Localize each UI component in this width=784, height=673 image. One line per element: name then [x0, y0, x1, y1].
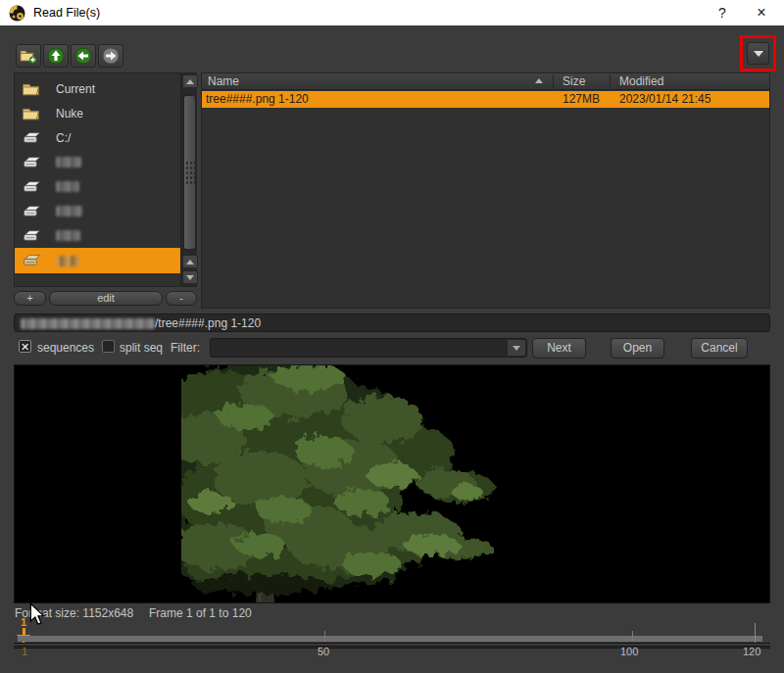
- bookmark-item-c-drive[interactable]: C:/: [15, 125, 181, 150]
- tick-label-50: 50: [318, 646, 329, 657]
- bookmark-item-nuke[interactable]: Nuke: [15, 101, 181, 125]
- cancel-button[interactable]: Cancel: [691, 338, 748, 359]
- bookmark-label: Nuke: [56, 107, 83, 120]
- redacted-path-prefix: [21, 318, 155, 329]
- help-button[interactable]: ?: [710, 0, 735, 25]
- frame-marker-stem[interactable]: [23, 628, 25, 635]
- split-seq-label: split seq: [120, 341, 163, 355]
- drive-icon: [21, 130, 42, 146]
- sequences-label: sequences: [37, 341, 94, 355]
- bookmark-item-current[interactable]: Current: [15, 76, 181, 101]
- forward-button[interactable]: [98, 44, 123, 68]
- current-frame-label: 1: [21, 616, 26, 628]
- tick-label-1: 1: [22, 646, 27, 657]
- new-folder-button[interactable]: [16, 44, 41, 68]
- column-header-size[interactable]: Size: [563, 74, 585, 88]
- remove-bookmark-button[interactable]: -: [166, 291, 197, 306]
- options-row: ✕ sequences split seq Filter: Next Open …: [0, 338, 784, 360]
- bookmark-item-drive[interactable]: [15, 199, 181, 223]
- column-divider[interactable]: [553, 74, 554, 89]
- redacted-label: [56, 230, 80, 241]
- forward-arrow-icon: [102, 47, 120, 65]
- bookmark-item-drive-selected[interactable]: [15, 248, 181, 273]
- new-folder-icon: [20, 48, 37, 64]
- timeline-track[interactable]: [14, 643, 770, 649]
- close-button[interactable]: ×: [749, 0, 774, 25]
- window-title: Read File(s): [33, 0, 100, 25]
- add-bookmark-button[interactable]: +: [14, 291, 46, 306]
- path-visible-text: /tree####.png 1-120: [155, 316, 261, 330]
- bookmark-label: Current: [56, 82, 95, 96]
- drive-icon: [21, 204, 42, 219]
- filter-combobox[interactable]: [210, 338, 527, 358]
- bookmark-item-drive[interactable]: [15, 223, 181, 248]
- chevron-down-icon: [754, 51, 763, 57]
- redacted-label: [56, 157, 81, 168]
- scroll-up-button-bottom[interactable]: [182, 255, 198, 268]
- bookmarks-panel: Current Nuke C:/: [14, 72, 197, 287]
- titlebar: Read File(s) ? ×: [0, 0, 784, 25]
- file-list-panel: Name Size Modified tree####.png 1-120 12…: [201, 72, 770, 309]
- folder-icon: [21, 106, 42, 121]
- bookmark-label: C:/: [56, 131, 71, 145]
- back-arrow-icon: [74, 47, 92, 65]
- file-list-header: Name Size Modified: [202, 73, 769, 90]
- edit-bookmark-button[interactable]: edit: [49, 291, 163, 306]
- redacted-label: [56, 181, 79, 192]
- major-tick-120: [755, 623, 756, 643]
- favorites-dropdown-button[interactable]: [747, 42, 769, 65]
- split-seq-checkbox[interactable]: [102, 340, 115, 353]
- filter-label: Filter:: [171, 341, 200, 355]
- bookmark-item-drive[interactable]: [15, 150, 181, 174]
- bookmark-item-drive[interactable]: [15, 174, 181, 199]
- filter-dropdown-button[interactable]: [508, 340, 525, 356]
- drive-icon: [21, 155, 42, 170]
- column-header-modified[interactable]: Modified: [619, 74, 663, 88]
- up-arrow-icon: [186, 260, 194, 264]
- chevron-down-icon: [513, 346, 520, 351]
- mouse-cursor-icon: [29, 602, 46, 627]
- preview-viewport[interactable]: [14, 364, 770, 603]
- major-tick-50: [324, 631, 325, 642]
- up-arrow-icon: [47, 47, 65, 65]
- back-button[interactable]: [71, 44, 96, 68]
- grip-dots-icon: [185, 161, 196, 186]
- next-button[interactable]: Next: [532, 338, 586, 359]
- read-files-dialog: Read File(s) ? ×: [0, 0, 784, 673]
- bookmarks-scrollbar: [180, 73, 197, 286]
- drive-icon: [21, 228, 42, 244]
- file-name: tree####.png 1-120: [206, 92, 309, 106]
- file-modified: 2023/01/14 21:45: [619, 92, 710, 106]
- redacted-label: [56, 206, 82, 216]
- sort-ascending-icon[interactable]: [535, 78, 543, 83]
- file-row-selected[interactable]: tree####.png 1-120 127MB 2023/01/14 21:4…: [202, 91, 769, 108]
- scrollbar-thumb[interactable]: [183, 95, 196, 250]
- column-divider[interactable]: [610, 74, 611, 89]
- frame-range-info: Frame 1 of 1 to 120: [149, 606, 252, 620]
- major-tick-100: [632, 631, 633, 642]
- up-directory-button[interactable]: [43, 44, 69, 68]
- nuke-app-icon: [9, 5, 25, 22]
- folder-icon: [21, 81, 42, 97]
- file-size: 127MB: [563, 92, 600, 106]
- timeline-ticks[interactable]: [18, 636, 762, 642]
- scroll-down-button[interactable]: [182, 270, 198, 284]
- redacted-label: [56, 256, 79, 266]
- up-arrow-icon: [186, 79, 194, 84]
- open-button[interactable]: Open: [611, 338, 664, 359]
- tick-label-120: 120: [743, 646, 760, 657]
- down-arrow-icon: [186, 275, 194, 280]
- sequences-checkbox[interactable]: ✕: [19, 340, 31, 353]
- tick-label-100: 100: [620, 646, 638, 657]
- tree-preview-image: [15, 365, 769, 602]
- path-input[interactable]: /tree####.png 1-120: [14, 313, 770, 332]
- drive-icon: [21, 179, 42, 195]
- drive-icon: [21, 253, 42, 268]
- scroll-up-button[interactable]: [182, 74, 198, 88]
- column-header-name[interactable]: Name: [208, 74, 239, 88]
